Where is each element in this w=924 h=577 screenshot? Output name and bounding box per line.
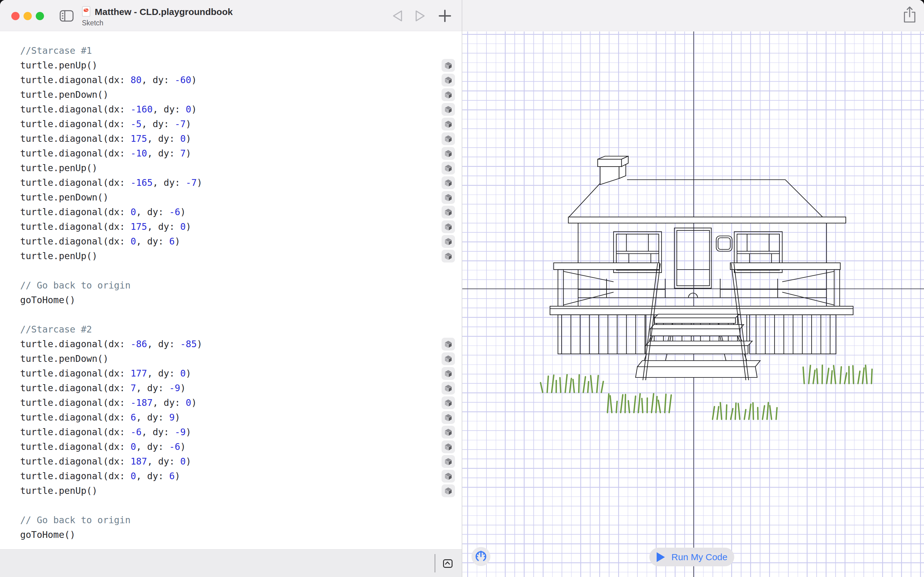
run-line-marker[interactable] — [441, 455, 455, 468]
run-line-marker[interactable] — [441, 59, 455, 72]
code-line[interactable]: turtle.diagonal(dx: -165, dy: -7) — [20, 176, 202, 190]
code-line[interactable]: // Go back to origin — [20, 513, 202, 527]
code-line[interactable]: turtle.diagonal(dx: 80, dy: -60) — [20, 73, 202, 87]
cube-icon — [444, 91, 452, 99]
code-line[interactable]: turtle.penDown() — [20, 351, 202, 366]
code-line[interactable]: turtle.penUp() — [20, 58, 202, 73]
code-line[interactable]: turtle.penDown() — [20, 190, 202, 205]
run-line-marker[interactable] — [441, 367, 455, 380]
window-title: Matthew - CLD.playgroundbook — [95, 7, 233, 17]
code-line[interactable]: turtle.penDown() — [20, 87, 202, 102]
cube-icon — [444, 487, 452, 495]
code-blank-line[interactable] — [20, 263, 202, 278]
run-line-marker[interactable] — [441, 176, 455, 189]
run-line-marker[interactable] — [441, 396, 455, 409]
run-line-marker[interactable] — [441, 220, 455, 233]
code-line[interactable]: turtle.diagonal(dx: 175, dy: 0) — [20, 131, 202, 146]
code-line[interactable]: turtle.diagonal(dx: 177, dy: 0) — [20, 366, 202, 381]
code-line[interactable]: turtle.diagonal(dx: 0, dy: 6) — [20, 469, 202, 484]
code-line[interactable]: turtle.diagonal(dx: 0, dy: 6) — [20, 234, 202, 249]
canvas-toolbar — [462, 0, 924, 31]
cube-icon — [444, 428, 452, 437]
run-button-label: Run My Code — [671, 552, 727, 562]
code-line[interactable]: turtle.penUp() — [20, 249, 202, 263]
run-line-marker[interactable] — [441, 118, 455, 131]
code-line[interactable]: turtle.diagonal(dx: 0, dy: -6) — [20, 440, 202, 454]
turtle-house-drawing — [462, 31, 924, 577]
cube-icon — [444, 458, 452, 466]
transom-window — [716, 236, 732, 251]
cube-icon — [444, 135, 452, 143]
code-line[interactable]: turtle.diagonal(dx: -10, dy: 7) — [20, 146, 202, 161]
roof-fascia — [568, 217, 846, 223]
code-blank-line[interactable] — [20, 498, 202, 513]
cube-icon — [444, 61, 452, 70]
code-content: //Starcase #1turtle.penUp()turtle.diagon… — [20, 44, 202, 542]
code-line[interactable]: turtle.diagonal(dx: 6, dy: 9) — [20, 410, 202, 425]
run-line-marker[interactable] — [441, 132, 455, 145]
code-line[interactable]: turtle.diagonal(dx: -160, dy: 0) — [20, 102, 202, 117]
code-line[interactable]: turtle.diagonal(dx: 0, dy: -6) — [20, 205, 202, 219]
run-line-marker[interactable] — [441, 206, 455, 219]
run-line-marker[interactable] — [441, 440, 455, 453]
drawing-canvas[interactable]: Run My Code — [462, 31, 924, 577]
run-line-marker[interactable] — [441, 470, 455, 483]
cube-icon — [444, 355, 452, 363]
swift-file-icon — [82, 6, 94, 18]
roof-left-slope — [569, 184, 600, 217]
run-line-marker[interactable] — [441, 352, 455, 365]
code-line[interactable]: turtle.penUp() — [20, 161, 202, 176]
code-line[interactable]: goToHome() — [20, 293, 202, 308]
run-line-marker[interactable] — [441, 74, 455, 87]
run-line-marker[interactable] — [441, 426, 455, 438]
run-line-marker[interactable] — [441, 338, 455, 351]
code-line[interactable]: // Go back to origin — [20, 278, 202, 293]
deck-band — [550, 306, 853, 315]
code-line[interactable]: turtle.diagonal(dx: -6, dy: -9) — [20, 425, 202, 440]
code-line[interactable]: turtle.diagonal(dx: 175, dy: 0) — [20, 219, 202, 234]
code-editor-panel[interactable]: //Starcase #1turtle.penUp()turtle.diagon… — [0, 31, 462, 577]
code-line[interactable]: turtle.penUp() — [20, 484, 202, 498]
plus-icon[interactable] — [439, 10, 451, 21]
cube-icon — [444, 399, 452, 407]
code-line[interactable]: turtle.diagonal(dx: -187, dy: 0) — [20, 395, 202, 410]
playgrounds-window: Matthew - CLD.playgroundbook Sketch //St… — [0, 0, 924, 577]
door — [674, 228, 712, 298]
code-line[interactable]: turtle.diagonal(dx: 7, dy: -9) — [20, 381, 202, 395]
code-line[interactable]: //Starcase #1 — [20, 44, 202, 58]
run-my-code-button[interactable]: Run My Code — [649, 548, 734, 566]
speedometer-icon[interactable] — [472, 547, 490, 566]
code-line[interactable]: //Starcase #2 — [20, 322, 202, 337]
code-line[interactable]: goToHome() — [20, 527, 202, 542]
cube-icon — [444, 414, 452, 422]
run-line-marker[interactable] — [441, 88, 455, 101]
cube-icon — [444, 164, 452, 172]
code-line[interactable]: turtle.diagonal(dx: -5, dy: -7) — [20, 117, 202, 131]
cube-icon — [444, 105, 452, 114]
code-line[interactable]: turtle.diagonal(dx: 187, dy: 0) — [20, 454, 202, 469]
run-line-marker[interactable] — [441, 103, 455, 116]
run-line-marker[interactable] — [441, 147, 455, 160]
run-line-marker[interactable] — [441, 235, 455, 248]
code-line[interactable]: turtle.diagonal(dx: -86, dy: -85) — [20, 337, 202, 351]
run-line-marker[interactable] — [441, 250, 455, 263]
cube-icon — [444, 120, 452, 128]
cube-icon — [444, 76, 452, 84]
back-chevron-icon[interactable] — [394, 11, 401, 21]
share-icon[interactable] — [905, 7, 915, 22]
code-blank-line[interactable] — [20, 308, 202, 322]
cube-icon — [444, 443, 452, 451]
scroll-indicator[interactable] — [435, 554, 435, 572]
forward-chevron-icon[interactable] — [416, 11, 424, 21]
sidebar-toggle-icon[interactable] — [60, 11, 73, 21]
run-line-marker[interactable] — [441, 411, 455, 424]
chevron-up-box-icon[interactable] — [443, 559, 452, 568]
doorknob — [688, 293, 698, 298]
run-line-marker[interactable] — [441, 484, 455, 497]
cube-icon — [444, 472, 452, 480]
run-line-marker[interactable] — [441, 382, 455, 395]
chimney — [598, 156, 628, 185]
run-line-marker[interactable] — [441, 191, 455, 204]
run-line-marker[interactable] — [441, 162, 455, 174]
cube-icon — [444, 150, 452, 158]
